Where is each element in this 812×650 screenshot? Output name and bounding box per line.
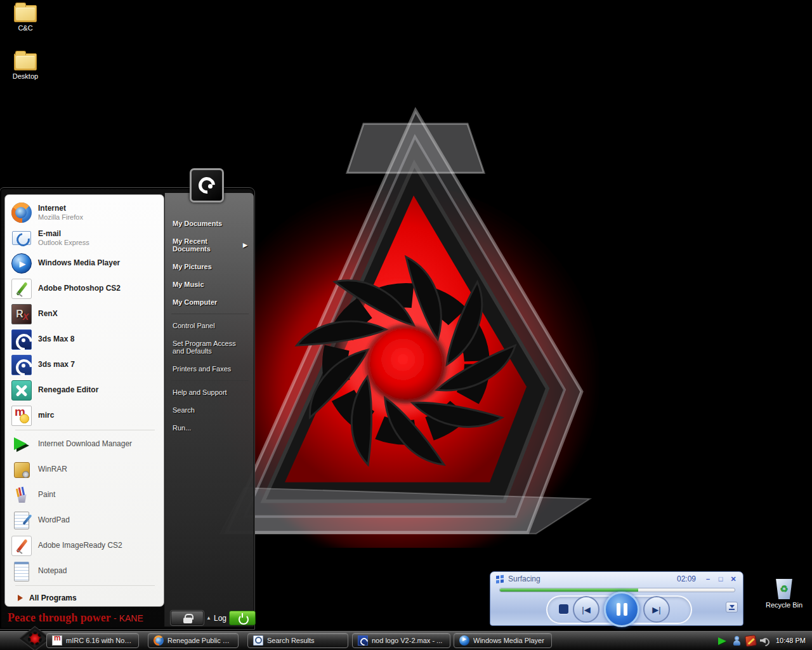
media-player-window: Surfacing 02:09 – □ ✕ |◀ ▶| (490, 571, 743, 626)
media-player-track-title: Surfacing (508, 574, 673, 583)
desktop-icon-desktop-folder[interactable]: Desktop (5, 53, 46, 80)
recycle-bin-icon: ♻ (775, 579, 793, 599)
lock-computer-button[interactable] (171, 611, 204, 625)
desktop-icon-recycle-bin[interactable]: ♻ Recycle Bin (764, 579, 804, 609)
wordpad-icon (11, 510, 32, 531)
imageready-icon (11, 536, 32, 556)
messenger-tray-icon[interactable] (731, 635, 742, 646)
desktop-icon-label: C&C (18, 24, 32, 32)
separator (15, 585, 155, 586)
seek-bar-fill (500, 588, 638, 592)
taskbar-task-button[interactable]: Search Results (247, 633, 348, 648)
system-tray: 10:48 PM (712, 631, 812, 650)
windows-flag-icon (495, 574, 504, 583)
mirc-icon (11, 406, 32, 426)
3dsmax-swirl-icon (199, 177, 215, 194)
start-menu-program-item[interactable]: Internet Download Manager (9, 432, 161, 457)
maximize-button[interactable]: □ (716, 575, 725, 583)
outlook-icon (11, 228, 32, 248)
folder-icon (14, 5, 37, 22)
start-menu-left-panel: Internet Mozilla Firefox E-mail Outlook … (4, 194, 164, 607)
desktop-icon-label: Desktop (13, 72, 38, 80)
wmp-icon (459, 635, 469, 646)
all-programs-arrow-icon (18, 595, 23, 601)
photoshop-icon (11, 279, 32, 299)
taskbar-task-button[interactable]: Windows Media Player (454, 633, 552, 648)
start-menu-right-panel: My Documents My Recent Documents ▶ My Pi… (164, 193, 254, 627)
start-menu-settings-item[interactable]: Set Program Access and Defaults (171, 335, 249, 360)
desktop-icon-label: Recycle Bin (766, 601, 802, 609)
log-off-button[interactable] (229, 611, 256, 625)
firefox-icon (11, 202, 32, 223)
start-menu-program-item[interactable]: Adobe ImageReady CS2 (9, 533, 161, 559)
start-menu-program-item[interactable]: WordPad (9, 508, 161, 533)
pause-button[interactable] (604, 592, 639, 627)
start-menu-settings-item[interactable]: Printers and Faxes (171, 360, 249, 378)
previous-track-button[interactable]: |◀ (573, 596, 599, 623)
start-menu-program-item[interactable]: Windows Media Player (9, 251, 161, 276)
start-menu-program-item[interactable]: E-mail Outlook Express (9, 225, 161, 251)
user-picture-3dsmax-logo (190, 168, 224, 202)
start-menu-program-item[interactable]: Renegade Editor (9, 378, 161, 403)
start-menu-slogan: Peace through power - KANE (1, 611, 162, 625)
desktop-icon-cc-folder[interactable]: C&C (5, 5, 46, 32)
start-menu-settings-item[interactable]: Control Panel (171, 317, 249, 335)
start-menu-place-item[interactable]: My Pictures (171, 258, 249, 275)
folder-icon (14, 53, 37, 70)
media-player-titlebar[interactable]: Surfacing 02:09 – □ ✕ (490, 572, 743, 586)
minimize-button[interactable]: – (704, 575, 712, 583)
start-menu-program-item[interactable]: Adobe Photoshop CS2 (9, 276, 161, 302)
idm-icon (11, 434, 32, 454)
separator (171, 314, 249, 314)
renegade-icon (11, 380, 32, 401)
notepad-icon (11, 561, 32, 581)
separator (171, 380, 249, 381)
start-menu-program-item[interactable]: Internet Mozilla Firefox (9, 200, 161, 225)
mirc-icon (52, 635, 62, 646)
start-menu-system-item[interactable]: Run... (171, 419, 249, 437)
start-menu-place-item[interactable]: My Documents (171, 215, 249, 232)
idm-tray-icon[interactable] (717, 635, 728, 646)
3dsmax-icon (358, 635, 368, 646)
paint-icon (11, 485, 32, 505)
separator (15, 430, 155, 430)
start-menu-program-item[interactable]: 3ds Max 8 (9, 327, 161, 352)
start-menu-program-item[interactable]: 3ds max 7 (9, 352, 161, 378)
task-button-label: nod logo V2-2.max - ... (372, 637, 442, 644)
taskbar-task-button[interactable]: nod logo V2-2.max - ... (352, 633, 450, 648)
start-menu-program-item[interactable]: mirc (9, 403, 161, 428)
restore-to-player-button[interactable] (726, 602, 738, 613)
task-button-label: Windows Media Player (473, 637, 544, 644)
close-button[interactable]: ✕ (729, 575, 738, 583)
start-menu-place-item[interactable]: My Music (171, 275, 249, 293)
taskbar-task-button[interactable]: Renegade Public Foru... (148, 633, 239, 648)
clock[interactable]: 10:48 PM (776, 637, 806, 644)
task-button-label: Search Results (267, 637, 315, 644)
all-programs-button[interactable]: All Programs (9, 590, 161, 605)
task-button-label: mIRC 6.16 with NoNa... (66, 637, 133, 644)
renx-icon (11, 304, 32, 324)
display-settings-tray-icon[interactable] (745, 634, 757, 646)
volume-tray-icon[interactable] (759, 635, 770, 646)
taskbar-task-button[interactable]: mIRC 6.16 with NoNa... (46, 633, 139, 648)
winrar-icon (11, 460, 32, 480)
media-player-elapsed-time: 02:09 (677, 574, 696, 583)
firefox-icon (154, 635, 164, 646)
stop-button[interactable] (559, 604, 568, 614)
chevron-up-icon[interactable]: ▲ (206, 615, 211, 621)
wmp-icon (11, 253, 32, 274)
nod-emblem-wallpaper (219, 107, 599, 548)
task-button-label: Renegade Public Foru... (167, 637, 233, 644)
3dsmax8-icon (11, 329, 32, 350)
start-menu-program-item[interactable]: RenX (9, 302, 161, 327)
search-icon (253, 635, 263, 646)
log-off-label: Log (214, 614, 226, 623)
next-track-button[interactable]: ▶| (643, 596, 670, 623)
start-menu-program-item[interactable]: Paint (9, 482, 161, 508)
start-menu-system-item[interactable]: Search (171, 401, 249, 419)
start-menu-place-item[interactable]: My Computer (171, 293, 249, 311)
start-menu-program-item[interactable]: WinRAR (9, 457, 161, 482)
start-menu-place-item[interactable]: My Recent Documents ▶ (171, 232, 249, 258)
start-menu-system-item[interactable]: Help and Support (171, 383, 249, 401)
start-menu-program-item[interactable]: Notepad (9, 559, 161, 584)
